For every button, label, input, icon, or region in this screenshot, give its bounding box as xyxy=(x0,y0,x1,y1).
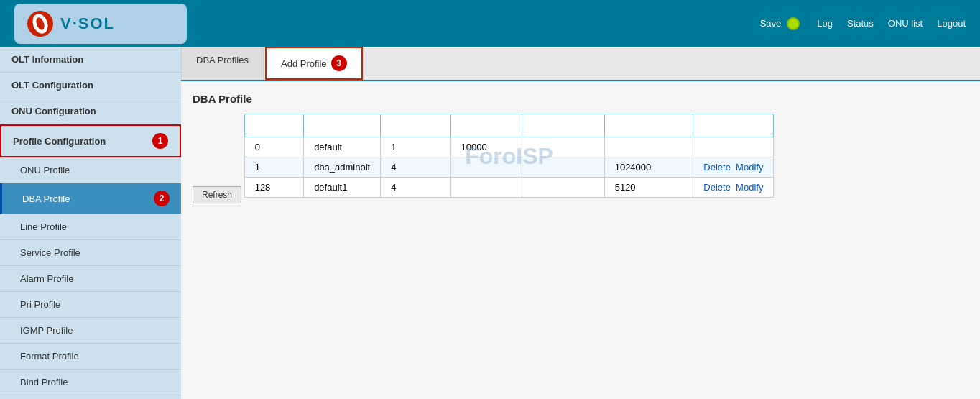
header-right: Save Log Status ONU list Logout xyxy=(760,17,966,30)
tab-dba-profiles[interactable]: DBA Profiles xyxy=(181,47,264,80)
tab-add-profile[interactable]: Add Profile 3 xyxy=(265,47,363,80)
sidebar-item-dba-profile[interactable]: DBA Profile 2 xyxy=(0,183,181,214)
add-profile-label: Add Profile xyxy=(281,58,327,69)
cell-action xyxy=(693,137,774,157)
sidebar-item-pri-profile[interactable]: Pri Profile xyxy=(0,292,181,318)
badge-1: 1 xyxy=(152,133,168,149)
cell-profile-id: 0 xyxy=(244,137,303,157)
log-link[interactable]: Log xyxy=(817,18,833,29)
header-nav: Log Status ONU list Logout xyxy=(817,18,966,29)
badge-2: 2 xyxy=(154,191,170,206)
cell-fixed: 10000 xyxy=(450,137,522,157)
col-profile-id: Profile ID xyxy=(244,114,303,137)
cell-fixed xyxy=(450,178,522,198)
sidebar-item-profile-config[interactable]: Profile Configuration 1 xyxy=(0,124,181,157)
sidebar-item-olt-config[interactable]: OLT Configuration xyxy=(0,73,181,98)
sidebar-item-line-profile[interactable]: Line Profile xyxy=(0,214,181,240)
save-label: Save xyxy=(760,18,782,29)
col-action: Action xyxy=(693,114,774,137)
dba-profile-label: DBA Profile xyxy=(22,193,70,204)
sidebar-item-alarm-profile[interactable]: Alarm Profile xyxy=(0,266,181,292)
table-row: 1 dba_adminolt 4 1024000 Delete Modify xyxy=(244,157,774,178)
cell-profile-type: 4 xyxy=(381,157,450,178)
vsol-logo-icon xyxy=(26,9,55,38)
cell-fixed xyxy=(450,157,522,178)
table-row: 128 default1 4 5120 Delete Modify xyxy=(244,178,774,198)
sidebar-item-service-profile[interactable]: Service Profile xyxy=(0,240,181,266)
sidebar-item-olt-info[interactable]: OLT Information xyxy=(0,47,181,73)
page-title: DBA Profile xyxy=(193,93,969,105)
tabs: DBA Profiles Add Profile 3 xyxy=(181,47,980,81)
cell-profile-name: default1 xyxy=(304,178,381,198)
sidebar-item-bind-profile[interactable]: Bind Profile xyxy=(0,370,181,395)
badge-3: 3 xyxy=(331,55,347,71)
delete-link-row1[interactable]: Delete xyxy=(703,162,731,173)
col-profile-type: Profile Type xyxy=(381,114,450,137)
logout-link[interactable]: Logout xyxy=(937,18,966,29)
cell-profile-type: 1 xyxy=(381,137,450,157)
profile-config-label: Profile Configuration xyxy=(13,136,106,147)
cell-assured xyxy=(522,137,604,157)
cell-profile-name: dba_adminolt xyxy=(304,157,381,178)
delete-link-row2[interactable]: Delete xyxy=(703,182,731,193)
header-save-area: Save xyxy=(760,17,800,30)
cell-action: Delete Modify xyxy=(693,178,774,198)
cell-assured xyxy=(522,178,604,198)
col-profile-name: Profile Name xyxy=(304,114,381,137)
dba-profile-table: Profile ID Profile Name Profile Type Fix… xyxy=(244,114,775,198)
table-container: ForoISP Profile ID Profile Name Profile … xyxy=(244,114,775,198)
status-indicator xyxy=(787,17,800,30)
col-maximum: Maximum(Kbps) xyxy=(604,114,693,137)
status-link[interactable]: Status xyxy=(847,18,874,29)
modify-link-row1[interactable]: Modify xyxy=(736,162,763,173)
cell-profile-id: 1 xyxy=(244,157,303,178)
cell-profile-name: default xyxy=(304,137,381,157)
cell-assured xyxy=(522,157,604,178)
table-row: 0 default 1 10000 xyxy=(244,137,774,157)
col-assured: Assured(Kbps) xyxy=(522,114,604,137)
sidebar-item-format-profile[interactable]: Format Profile xyxy=(0,344,181,370)
cell-profile-type: 4 xyxy=(381,178,450,198)
sidebar-item-onu-config[interactable]: ONU Configuration xyxy=(0,98,181,124)
onu-list-link[interactable]: ONU list xyxy=(888,18,923,29)
cell-profile-id: 128 xyxy=(244,178,303,198)
sidebar-item-igmp-profile[interactable]: IGMP Profile xyxy=(0,318,181,344)
col-fixed: Fixed(Kbps) xyxy=(450,114,522,137)
layout: OLT Information OLT Configuration ONU Co… xyxy=(0,47,980,399)
main-content: DBA Profiles Add Profile 3 DBA Profile R… xyxy=(181,47,980,399)
cell-maximum: 5120 xyxy=(604,178,693,198)
sidebar-item-onu-profile[interactable]: ONU Profile xyxy=(0,157,181,183)
logo-text: V·SOL xyxy=(60,14,115,33)
logo: V·SOL xyxy=(14,4,187,44)
cell-maximum xyxy=(604,137,693,157)
sidebar-item-system-config[interactable]: System Configuration xyxy=(0,395,181,399)
modify-link-row2[interactable]: Modify xyxy=(736,182,763,193)
cell-maximum: 1024000 xyxy=(604,157,693,178)
content-area: DBA Profile Refresh ForoISP Profile ID P… xyxy=(181,81,980,221)
cell-action: Delete Modify xyxy=(693,157,774,178)
refresh-button[interactable]: Refresh xyxy=(193,186,241,203)
sidebar: OLT Information OLT Configuration ONU Co… xyxy=(0,47,181,399)
table-header-row: Profile ID Profile Name Profile Type Fix… xyxy=(244,114,774,137)
header: V·SOL Save Log Status ONU list Logout xyxy=(0,0,980,47)
